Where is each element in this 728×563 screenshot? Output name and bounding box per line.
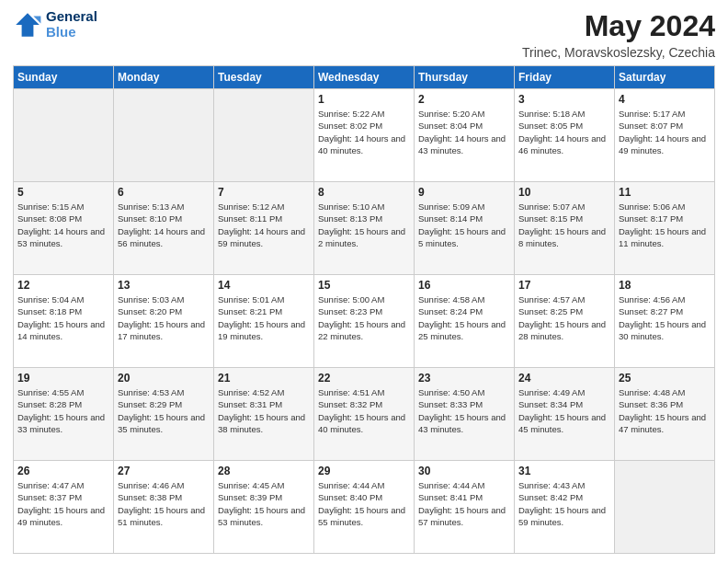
day-number: 4 — [619, 93, 711, 106]
day-info: Sunrise: 5:22 AMSunset: 8:02 PMDaylight:… — [318, 108, 410, 156]
day-of-week-header: Monday — [114, 66, 214, 89]
day-info: Sunrise: 4:49 AMSunset: 8:34 PMDaylight:… — [518, 386, 610, 435]
main-title: May 2024 — [522, 9, 715, 43]
calendar-day-cell: 9Sunrise: 5:09 AMSunset: 8:14 PMDaylight… — [415, 182, 515, 275]
calendar-week-row: 26Sunrise: 4:47 AMSunset: 8:37 PMDayligh… — [14, 461, 715, 554]
day-of-week-header: Friday — [515, 66, 615, 89]
day-number: 29 — [318, 465, 410, 477]
calendar-day-cell: 15Sunrise: 5:00 AMSunset: 8:23 PMDayligh… — [314, 275, 415, 368]
day-number: 25 — [619, 372, 711, 385]
day-number: 30 — [418, 465, 510, 477]
day-info: Sunrise: 5:03 AMSunset: 8:20 PMDaylight:… — [118, 293, 210, 342]
day-info: Sunrise: 4:51 AMSunset: 8:32 PMDaylight:… — [318, 386, 410, 435]
calendar: SundayMondayTuesdayWednesdayThursdayFrid… — [13, 65, 715, 554]
day-number: 24 — [518, 372, 610, 385]
calendar-day-cell: 28Sunrise: 4:45 AMSunset: 8:39 PMDayligh… — [214, 461, 314, 554]
calendar-day-cell: 23Sunrise: 4:50 AMSunset: 8:33 PMDayligh… — [415, 368, 515, 461]
logo: General Blue — [13, 9, 97, 40]
day-info: Sunrise: 4:55 AMSunset: 8:28 PMDaylight:… — [17, 386, 109, 435]
calendar-day-cell: 26Sunrise: 4:47 AMSunset: 8:37 PMDayligh… — [14, 461, 114, 554]
calendar-day-cell: 21Sunrise: 4:52 AMSunset: 8:31 PMDayligh… — [214, 368, 314, 461]
page: General Blue May 2024 Trinec, Moravskosl… — [0, 0, 728, 563]
title-block: May 2024 Trinec, Moravskoslezsky, Czechi… — [522, 9, 715, 60]
header: General Blue May 2024 Trinec, Moravskosl… — [13, 9, 715, 60]
calendar-day-cell — [114, 89, 214, 182]
calendar-day-cell: 10Sunrise: 5:07 AMSunset: 8:15 PMDayligh… — [515, 182, 615, 275]
day-number: 18 — [619, 279, 711, 292]
calendar-day-cell: 19Sunrise: 4:55 AMSunset: 8:28 PMDayligh… — [14, 368, 114, 461]
calendar-day-cell: 7Sunrise: 5:12 AMSunset: 8:11 PMDaylight… — [214, 182, 314, 275]
calendar-day-cell: 18Sunrise: 4:56 AMSunset: 8:27 PMDayligh… — [615, 275, 715, 368]
calendar-day-cell: 16Sunrise: 4:58 AMSunset: 8:24 PMDayligh… — [415, 275, 515, 368]
day-number: 5 — [17, 186, 109, 199]
day-number: 15 — [318, 279, 410, 292]
calendar-day-cell: 11Sunrise: 5:06 AMSunset: 8:17 PMDayligh… — [615, 182, 715, 275]
day-number: 21 — [218, 372, 310, 385]
calendar-week-row: 12Sunrise: 5:04 AMSunset: 8:18 PMDayligh… — [14, 275, 715, 368]
day-info: Sunrise: 5:07 AMSunset: 8:15 PMDaylight:… — [518, 201, 610, 249]
day-info: Sunrise: 5:04 AMSunset: 8:18 PMDaylight:… — [17, 293, 109, 342]
day-number: 27 — [118, 465, 210, 477]
calendar-day-cell: 4Sunrise: 5:17 AMSunset: 8:07 PMDaylight… — [615, 89, 715, 182]
calendar-day-cell: 1Sunrise: 5:22 AMSunset: 8:02 PMDaylight… — [314, 89, 415, 182]
day-number: 8 — [318, 186, 410, 199]
day-info: Sunrise: 5:20 AMSunset: 8:04 PMDaylight:… — [418, 108, 510, 156]
calendar-day-cell — [14, 89, 114, 182]
calendar-day-cell — [214, 89, 314, 182]
day-number: 14 — [218, 279, 310, 292]
calendar-day-cell: 6Sunrise: 5:13 AMSunset: 8:10 PMDaylight… — [114, 182, 214, 275]
calendar-day-cell: 12Sunrise: 5:04 AMSunset: 8:18 PMDayligh… — [14, 275, 114, 368]
calendar-day-cell: 20Sunrise: 4:53 AMSunset: 8:29 PMDayligh… — [114, 368, 214, 461]
day-of-week-header: Saturday — [615, 66, 715, 89]
day-info: Sunrise: 4:46 AMSunset: 8:38 PMDaylight:… — [118, 479, 210, 528]
calendar-day-cell: 5Sunrise: 5:15 AMSunset: 8:08 PMDaylight… — [14, 182, 114, 275]
day-of-week-header: Tuesday — [214, 66, 314, 89]
day-number: 1 — [318, 93, 410, 106]
day-info: Sunrise: 4:53 AMSunset: 8:29 PMDaylight:… — [118, 386, 210, 435]
day-number: 16 — [418, 279, 510, 292]
calendar-week-row: 19Sunrise: 4:55 AMSunset: 8:28 PMDayligh… — [14, 368, 715, 461]
day-info: Sunrise: 5:13 AMSunset: 8:10 PMDaylight:… — [118, 201, 210, 249]
day-info: Sunrise: 4:57 AMSunset: 8:25 PMDaylight:… — [518, 293, 610, 342]
day-number: 12 — [17, 279, 109, 292]
calendar-day-cell: 30Sunrise: 4:44 AMSunset: 8:41 PMDayligh… — [415, 461, 515, 554]
calendar-day-cell: 2Sunrise: 5:20 AMSunset: 8:04 PMDaylight… — [415, 89, 515, 182]
day-info: Sunrise: 4:48 AMSunset: 8:36 PMDaylight:… — [619, 386, 711, 435]
day-info: Sunrise: 4:56 AMSunset: 8:27 PMDaylight:… — [619, 293, 711, 342]
day-info: Sunrise: 5:15 AMSunset: 8:08 PMDaylight:… — [17, 201, 109, 249]
day-of-week-header: Thursday — [415, 66, 515, 89]
day-number: 9 — [418, 186, 510, 199]
logo-icon — [13, 10, 42, 40]
day-info: Sunrise: 4:45 AMSunset: 8:39 PMDaylight:… — [218, 479, 310, 528]
day-number: 22 — [318, 372, 410, 385]
day-number: 17 — [518, 279, 610, 292]
day-number: 3 — [518, 93, 610, 106]
day-info: Sunrise: 4:47 AMSunset: 8:37 PMDaylight:… — [17, 479, 109, 528]
calendar-week-row: 5Sunrise: 5:15 AMSunset: 8:08 PMDaylight… — [14, 182, 715, 275]
day-info: Sunrise: 5:00 AMSunset: 8:23 PMDaylight:… — [318, 293, 410, 342]
calendar-day-cell: 31Sunrise: 4:43 AMSunset: 8:42 PMDayligh… — [515, 461, 615, 554]
calendar-day-cell: 13Sunrise: 5:03 AMSunset: 8:20 PMDayligh… — [114, 275, 214, 368]
day-number: 6 — [118, 186, 210, 199]
day-info: Sunrise: 4:58 AMSunset: 8:24 PMDaylight:… — [418, 293, 510, 342]
calendar-day-cell: 27Sunrise: 4:46 AMSunset: 8:38 PMDayligh… — [114, 461, 214, 554]
day-info: Sunrise: 5:06 AMSunset: 8:17 PMDaylight:… — [619, 201, 711, 249]
day-number: 19 — [17, 372, 109, 385]
calendar-week-row: 1Sunrise: 5:22 AMSunset: 8:02 PMDaylight… — [14, 89, 715, 182]
day-info: Sunrise: 5:12 AMSunset: 8:11 PMDaylight:… — [218, 201, 310, 249]
calendar-day-cell — [615, 461, 715, 554]
day-info: Sunrise: 4:52 AMSunset: 8:31 PMDaylight:… — [218, 386, 310, 435]
day-number: 10 — [518, 186, 610, 199]
day-number: 7 — [218, 186, 310, 199]
day-number: 31 — [518, 465, 610, 477]
day-number: 23 — [418, 372, 510, 385]
day-of-week-header: Sunday — [14, 66, 114, 89]
logo-text: General Blue — [46, 9, 97, 40]
calendar-day-cell: 25Sunrise: 4:48 AMSunset: 8:36 PMDayligh… — [615, 368, 715, 461]
day-number: 13 — [118, 279, 210, 292]
calendar-day-cell: 24Sunrise: 4:49 AMSunset: 8:34 PMDayligh… — [515, 368, 615, 461]
day-number: 28 — [218, 465, 310, 477]
subtitle: Trinec, Moravskoslezsky, Czechia — [522, 45, 715, 60]
calendar-day-cell: 17Sunrise: 4:57 AMSunset: 8:25 PMDayligh… — [515, 275, 615, 368]
day-number: 26 — [17, 465, 109, 477]
